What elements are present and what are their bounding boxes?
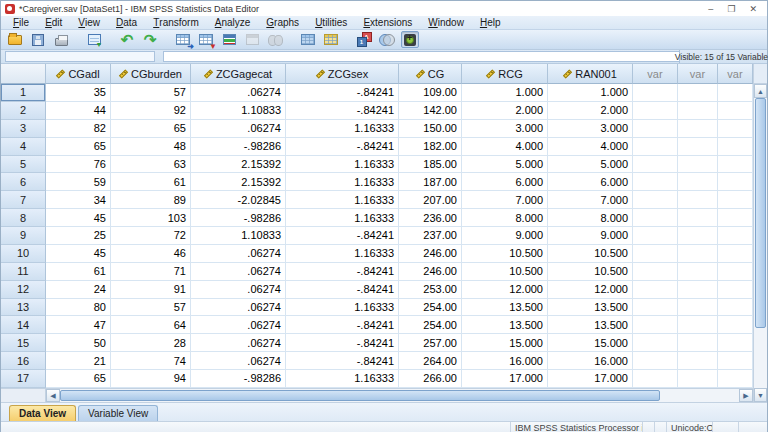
- data-cell[interactable]: 1.16333: [286, 245, 399, 263]
- data-cell[interactable]: 61: [46, 263, 111, 281]
- data-cell[interactable]: -.84241: [286, 281, 399, 299]
- data-cell[interactable]: 4.000: [548, 138, 633, 156]
- data-cell[interactable]: 1.16333: [286, 120, 399, 138]
- data-cell[interactable]: 59: [46, 173, 111, 191]
- data-cell[interactable]: 13.500: [548, 299, 633, 317]
- data-cell[interactable]: [718, 84, 753, 102]
- data-cell[interactable]: [633, 102, 678, 120]
- redo-icon[interactable]: ↷: [141, 31, 159, 48]
- scroll-down-button[interactable]: ▼: [754, 388, 767, 402]
- data-cell[interactable]: [678, 334, 718, 352]
- data-cell[interactable]: [678, 84, 718, 102]
- data-cell[interactable]: 2.000: [462, 102, 548, 120]
- data-cell[interactable]: [633, 209, 678, 227]
- data-cell[interactable]: .06274: [191, 84, 286, 102]
- data-cell[interactable]: 15.000: [462, 334, 548, 352]
- data-cell[interactable]: 50: [46, 334, 111, 352]
- data-cell[interactable]: [678, 370, 718, 388]
- menu-window[interactable]: Window: [420, 16, 472, 29]
- restore-button[interactable]: ❐: [727, 4, 735, 14]
- data-cell[interactable]: .06274: [191, 352, 286, 370]
- data-cell[interactable]: [678, 227, 718, 245]
- menu-graphs[interactable]: Graphs: [258, 16, 307, 29]
- data-cell[interactable]: 82: [46, 120, 111, 138]
- data-cell[interactable]: 10.500: [548, 245, 633, 263]
- data-cell[interactable]: [678, 102, 718, 120]
- menu-file[interactable]: File: [5, 16, 37, 29]
- data-cell[interactable]: 65: [46, 370, 111, 388]
- data-cell[interactable]: .06274: [191, 245, 286, 263]
- data-cell[interactable]: 13.500: [462, 316, 548, 334]
- data-cell[interactable]: 15.000: [548, 334, 633, 352]
- data-cell[interactable]: 25: [46, 227, 111, 245]
- data-cell[interactable]: [678, 191, 718, 209]
- data-cell[interactable]: [633, 138, 678, 156]
- tab-data-view[interactable]: Data View: [9, 405, 76, 421]
- data-cell[interactable]: 109.00: [399, 84, 462, 102]
- data-cell[interactable]: [633, 156, 678, 174]
- column-header-var[interactable]: var: [678, 64, 718, 84]
- data-cell[interactable]: .06274: [191, 281, 286, 299]
- data-cell[interactable]: [718, 191, 753, 209]
- data-cell[interactable]: [633, 245, 678, 263]
- data-cell[interactable]: 237.00: [399, 227, 462, 245]
- data-cell[interactable]: 57: [111, 84, 191, 102]
- data-cell[interactable]: 65: [46, 138, 111, 156]
- data-cell[interactable]: 2.15392: [191, 156, 286, 174]
- data-cell[interactable]: [718, 263, 753, 281]
- data-cell[interactable]: 9.000: [548, 227, 633, 245]
- row-number[interactable]: 1: [1, 84, 46, 102]
- data-cell[interactable]: 13.500: [462, 299, 548, 317]
- data-cell[interactable]: 48: [111, 138, 191, 156]
- data-cell[interactable]: 7.000: [462, 191, 548, 209]
- data-cell[interactable]: [718, 281, 753, 299]
- data-cell[interactable]: 142.00: [399, 102, 462, 120]
- row-number[interactable]: 7: [1, 191, 46, 209]
- data-cell[interactable]: 264.00: [399, 352, 462, 370]
- column-header-var[interactable]: var: [633, 64, 678, 84]
- column-header-cgburden[interactable]: CGburden: [111, 64, 191, 84]
- data-cell[interactable]: 1.16333: [286, 299, 399, 317]
- data-cell[interactable]: 17.000: [548, 370, 633, 388]
- data-cell[interactable]: [633, 370, 678, 388]
- data-cell[interactable]: [633, 352, 678, 370]
- recall-dialogs-icon[interactable]: [85, 31, 103, 48]
- data-cell[interactable]: [718, 209, 753, 227]
- data-cell[interactable]: 64: [111, 316, 191, 334]
- data-cell[interactable]: -2.02845: [191, 191, 286, 209]
- data-cell[interactable]: -.84241: [286, 102, 399, 120]
- data-cell[interactable]: 3.000: [548, 120, 633, 138]
- data-cell[interactable]: 8.000: [548, 209, 633, 227]
- data-cell[interactable]: 187.00: [399, 173, 462, 191]
- data-cell[interactable]: .06274: [191, 316, 286, 334]
- row-number[interactable]: 15: [1, 334, 46, 352]
- data-cell[interactable]: 246.00: [399, 263, 462, 281]
- open-data-icon[interactable]: [6, 31, 24, 48]
- close-button[interactable]: ✕: [749, 4, 757, 14]
- data-cell[interactable]: 10.500: [548, 263, 633, 281]
- menu-extensions[interactable]: Extensions: [355, 16, 420, 29]
- horizontal-scrollbar[interactable]: ◀ ▶: [1, 388, 753, 402]
- data-cell[interactable]: 150.00: [399, 120, 462, 138]
- data-cell[interactable]: 1.16333: [286, 191, 399, 209]
- data-cell[interactable]: .06274: [191, 299, 286, 317]
- data-cell[interactable]: 185.00: [399, 156, 462, 174]
- select-cases-icon[interactable]: [378, 31, 396, 48]
- data-cell[interactable]: -.84241: [286, 263, 399, 281]
- column-header-rcg[interactable]: RCG: [462, 64, 548, 84]
- scroll-up-button[interactable]: ▲: [754, 84, 767, 98]
- data-cell[interactable]: [718, 316, 753, 334]
- scroll-right-button[interactable]: ▶: [739, 389, 753, 402]
- data-cell[interactable]: [633, 191, 678, 209]
- data-cell[interactable]: 76: [46, 156, 111, 174]
- tab-variable-view[interactable]: Variable View: [78, 405, 158, 421]
- data-cell[interactable]: 21: [46, 352, 111, 370]
- data-cell[interactable]: -.84241: [286, 138, 399, 156]
- data-cell[interactable]: [633, 227, 678, 245]
- data-cell[interactable]: 9.000: [462, 227, 548, 245]
- row-number[interactable]: 4: [1, 138, 46, 156]
- data-cell[interactable]: .06274: [191, 120, 286, 138]
- column-header-cg[interactable]: CG: [399, 64, 462, 84]
- row-number[interactable]: 16: [1, 352, 46, 370]
- data-cell[interactable]: .06274: [191, 334, 286, 352]
